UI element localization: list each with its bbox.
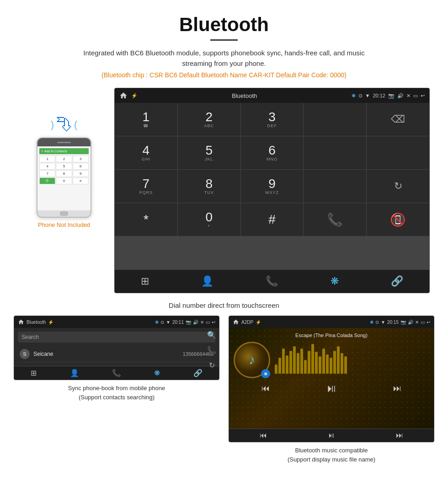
dial-refresh[interactable]: ↻ xyxy=(367,170,429,203)
music-volume-icon: 🔊 xyxy=(408,320,413,325)
main-caption: Dial number direct from touchscreen xyxy=(0,298,448,316)
music-location-icon: ⊙ xyxy=(375,320,379,325)
camera-icon: 📷 xyxy=(388,93,395,99)
page-description: Integrated with BC6 Bluetooth module, su… xyxy=(78,48,370,69)
eq-bar xyxy=(322,349,325,374)
eq-bar xyxy=(308,351,310,374)
pb-nav-contacts[interactable]: 👤 xyxy=(70,369,79,377)
dial-key-star[interactable]: * xyxy=(115,203,177,236)
pb-status-left: Bluetooth ⚡ xyxy=(18,319,53,325)
phone-illustration: ) ⮷ ( + Add to Contacts 1 2 3 4 5 6 xyxy=(18,88,110,228)
phonebook-content: Search S Seicane 13566664466 xyxy=(14,328,219,366)
music-caption: Bluetooth music compatible (Support disp… xyxy=(288,446,375,464)
nav-bluetooth-icon[interactable]: ❋ xyxy=(325,274,344,289)
location-icon: ⊙ xyxy=(358,93,363,99)
contact-letter: S xyxy=(20,349,30,359)
pb-nav-bt[interactable]: ❋ xyxy=(154,369,160,377)
pb-camera-icon: 📷 xyxy=(186,320,191,325)
music-controls: ⏮ ⏯ ⏭ xyxy=(234,378,429,395)
dial-call-red[interactable]: 📵 xyxy=(367,203,429,236)
music-status-left: A2DP ⚡ xyxy=(233,319,261,325)
dial-key-hash[interactable]: # xyxy=(241,203,304,236)
nav-link-icon[interactable]: 🔗 xyxy=(385,274,409,289)
phone-key-7: 7 xyxy=(39,170,55,177)
music-nav-play[interactable]: ⏯ xyxy=(328,431,335,440)
phone-key-9: 9 xyxy=(73,170,89,177)
phonebook-screen: Bluetooth ⚡ ❋ ⊙ ▼ 20:11 📷 🔊 ✕ ▭ ↩ xyxy=(14,316,219,380)
music-prev-btn[interactable]: ⏮ xyxy=(261,384,270,393)
dial-key-2[interactable]: 2 ABC xyxy=(178,103,240,136)
eq-bar xyxy=(293,346,296,374)
bluetooth-icon: ⮷ xyxy=(56,115,72,134)
dial-key-1[interactable]: 1 ☎ xyxy=(115,103,177,136)
page-header: Bluetooth Integrated with BC6 Bluetooth … xyxy=(0,0,448,88)
phone-key-2: 2 xyxy=(56,156,72,162)
pb-refresh-icon[interactable]: ↻ xyxy=(209,361,215,370)
phonebook-side-icons: 🔍 📞 ↻ xyxy=(207,331,216,370)
music-bt-badge: ❋ xyxy=(261,369,270,378)
phone-contacts-header: + Add to Contacts xyxy=(39,148,89,154)
dial-call-green[interactable]: 📞 xyxy=(304,203,366,236)
music-home-icon xyxy=(233,319,239,325)
pb-window-icon: ▭ xyxy=(206,320,210,325)
phone-top-bar xyxy=(37,138,91,146)
pb-call-icon[interactable]: 📞 xyxy=(207,346,216,354)
back-icon: ↩ xyxy=(421,93,425,99)
phonebook-caption: Sync phone-book from mobile phone (Suppo… xyxy=(68,384,165,402)
dial-key-7[interactable]: 7 PQRS xyxy=(115,170,177,203)
search-placeholder: Search xyxy=(21,334,39,340)
eq-bar xyxy=(344,356,347,374)
close-icon: ✕ xyxy=(406,93,411,99)
pb-time: 20:11 xyxy=(172,320,184,325)
phonebook-caption-line2: (Support contacts searching) xyxy=(79,394,155,401)
phonebook-search[interactable]: Search xyxy=(18,332,215,343)
music-next-btn[interactable]: ⏭ xyxy=(393,384,401,393)
dial-display xyxy=(304,103,366,136)
album-art-wrapper: ♪ ❋ xyxy=(234,342,270,378)
nav-contacts-icon[interactable]: 👤 xyxy=(196,274,219,289)
music-window-icon: ▭ xyxy=(421,320,425,325)
dial-key-6[interactable]: 6 MNO xyxy=(241,136,304,169)
pb-bt-icon: ❋ xyxy=(155,320,159,325)
dial-key-0[interactable]: 0 + xyxy=(178,203,240,236)
pb-nav-phone[interactable]: 📞 xyxy=(112,369,121,377)
bottom-screenshots: Bluetooth ⚡ ❋ ⊙ ▼ 20:11 📷 🔊 ✕ ▭ ↩ xyxy=(0,316,448,464)
eq-bar xyxy=(333,351,336,374)
music-nav-next[interactable]: ⏭ xyxy=(396,431,403,440)
music-bt-icon: ❋ xyxy=(370,320,373,325)
bt-status-icon: ❋ xyxy=(352,93,356,99)
car-screen-dialpad: ⚡ Bluetooth ❋ ⊙ ▼ 20:12 📷 🔊 ✕ ▭ ↩ 1 ☎ xyxy=(114,88,430,293)
dial-key-5[interactable]: 5 JKL xyxy=(178,136,240,169)
dial-key-8[interactable]: 8 TUV xyxy=(178,170,240,203)
pb-nav-dialpad[interactable]: ⊞ xyxy=(31,369,37,377)
pb-location-icon: ⊙ xyxy=(160,320,164,325)
pb-wifi-icon: ▼ xyxy=(166,320,171,325)
eq-bar xyxy=(330,358,332,374)
music-status-right: ❋ ⊙ ▼ 20:15 📷 🔊 ✕ ▭ ↩ xyxy=(370,320,430,325)
dial-key-9[interactable]: 9 WXYZ xyxy=(241,170,304,203)
music-play-pause-btn[interactable]: ⏯ xyxy=(326,382,337,395)
music-time: 20:15 xyxy=(387,320,399,325)
pb-volume-icon: 🔊 xyxy=(193,320,198,325)
music-nav-prev[interactable]: ⏮ xyxy=(260,431,267,440)
eq-bar xyxy=(297,353,299,374)
pb-back-icon: ↩ xyxy=(212,320,215,325)
pb-search-icon[interactable]: 🔍 xyxy=(207,331,216,339)
dial-empty-1 xyxy=(304,136,366,169)
dial-backspace[interactable]: ⌫ xyxy=(367,103,429,136)
dial-key-4[interactable]: 4 GHI xyxy=(115,136,177,169)
main-screen-area: ) ⮷ ( + Add to Contacts 1 2 3 4 5 6 xyxy=(0,88,448,293)
phone-key-5: 5 xyxy=(56,163,72,170)
music-caption-line1: Bluetooth music compatible xyxy=(295,447,368,454)
nav-dialpad-icon[interactable]: ⊞ xyxy=(135,274,155,289)
eq-bar xyxy=(286,355,288,374)
nav-phone-icon[interactable]: 📞 xyxy=(260,274,283,289)
pb-status-right: ❋ ⊙ ▼ 20:11 📷 🔊 ✕ ▭ ↩ xyxy=(155,320,215,325)
music-note-icon: ♪ xyxy=(249,353,255,367)
dial-key-3[interactable]: 3 DEF xyxy=(241,103,304,136)
time-display: 20:12 xyxy=(373,93,385,98)
music-main-area: ♪ ❋ xyxy=(234,342,429,378)
pb-bottom-nav: ⊞ 👤 📞 ❋ 🔗 xyxy=(14,366,219,380)
contact-entry-seicane[interactable]: S Seicane 13566664466 xyxy=(18,346,215,362)
pb-nav-link[interactable]: 🔗 xyxy=(193,369,203,377)
